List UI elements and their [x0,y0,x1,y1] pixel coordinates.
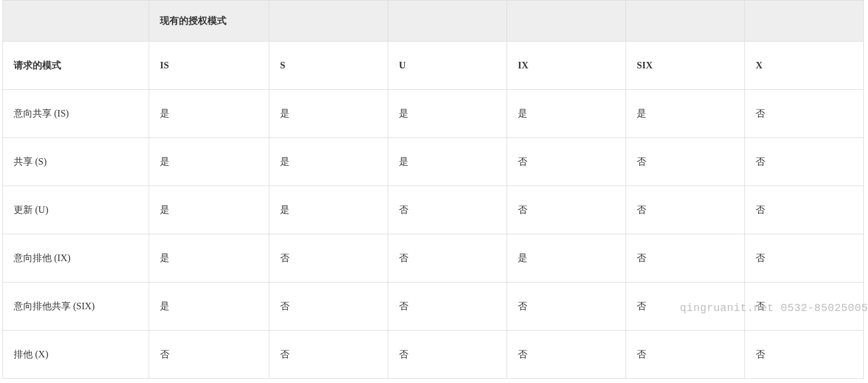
table-body: 请求的模式 IS S U IX SIX X 意向共享 (IS) 是 是 是 是 … [3,42,864,379]
lock-compatibility-table: 现有的授权模式 请求的模式 IS S U IX SIX X 意向共享 (IS) … [2,0,864,379]
row-label: 共享 (S) [3,138,149,186]
cell-value: 否 [626,234,745,282]
cell-value: S [269,42,388,90]
cell-value: 否 [745,331,864,379]
cell-value: 是 [269,138,388,186]
cell-value: 是 [149,138,269,186]
cell-value: 否 [507,186,626,234]
row-label: 意向排他共享 (SIX) [3,282,149,331]
header-cell-blank-2 [269,1,388,42]
cell-value: IS [149,42,269,90]
header-cell-existing-mode: 现有的授权模式 [149,1,269,42]
cell-value: 是 [149,234,269,282]
table-row: 意向排他共享 (SIX) 是 否 否 否 否 否 [3,282,864,331]
cell-value: 否 [507,282,626,331]
cell-value: 否 [388,331,507,379]
cell-value: 否 [269,331,388,379]
table-row: 更新 (U) 是 是 否 否 否 否 [3,186,864,234]
table-header-row: 现有的授权模式 [3,1,864,42]
header-cell-blank-4 [507,1,626,42]
cell-value: 否 [626,138,745,186]
cell-value: 否 [388,234,507,282]
cell-value: 是 [507,90,626,138]
cell-value: 是 [149,282,269,331]
cell-value: 否 [626,331,745,379]
table-row: 意向排他 (IX) 是 否 否 是 否 否 [3,234,864,282]
cell-value: 否 [269,282,388,331]
cell-value: 否 [745,186,864,234]
row-label: 意向排他 (IX) [3,234,149,282]
header-cell-blank-3 [388,1,507,42]
table-row: 请求的模式 IS S U IX SIX X [3,42,864,90]
cell-value: 否 [507,331,626,379]
cell-value: 是 [388,138,507,186]
cell-value: IX [507,42,626,90]
table-row: 意向共享 (IS) 是 是 是 是 是 否 [3,90,864,138]
table-row: 共享 (S) 是 是 是 否 否 否 [3,138,864,186]
cell-value: 是 [507,234,626,282]
cell-value: 是 [269,186,388,234]
header-cell-blank-5 [626,1,745,42]
cell-value: 否 [388,282,507,331]
cell-value: 否 [745,90,864,138]
row-label: 更新 (U) [3,186,149,234]
cell-value: 否 [507,138,626,186]
cell-value: 否 [626,282,745,331]
header-cell-blank-6 [745,1,864,42]
cell-value: 否 [745,234,864,282]
table-row: 排他 (X) 否 否 否 否 否 否 [3,331,864,379]
cell-value: 否 [388,186,507,234]
cell-value: 否 [149,331,269,379]
cell-value: 是 [388,90,507,138]
row-label: 意向共享 (IS) [3,90,149,138]
cell-value: 否 [745,138,864,186]
cell-value: X [745,42,864,90]
table-header: 现有的授权模式 [3,1,864,42]
row-label: 排他 (X) [3,331,149,379]
page-container: 现有的授权模式 请求的模式 IS S U IX SIX X 意向共享 (IS) … [0,0,868,383]
cell-value: 否 [745,282,864,331]
header-cell-blank-0 [3,1,149,42]
cell-value: 是 [149,90,269,138]
cell-value: 是 [269,90,388,138]
cell-value: 是 [149,186,269,234]
cell-value: U [388,42,507,90]
row-label: 请求的模式 [3,42,149,90]
cell-value: 是 [626,90,745,138]
cell-value: SIX [626,42,745,90]
cell-value: 否 [269,234,388,282]
cell-value: 否 [626,186,745,234]
